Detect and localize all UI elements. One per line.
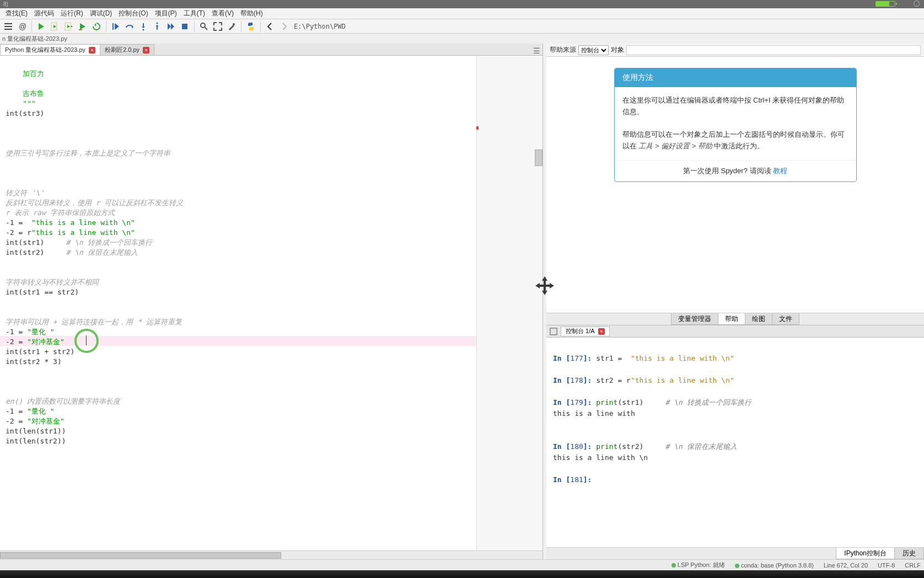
svg-rect-10 — [550, 328, 557, 335]
help-object-label: 对象 — [611, 45, 624, 55]
tab-plots[interactable]: 绘图 — [745, 313, 772, 325]
code-editor[interactable]: 加百力 吉布鲁 """ int(str3) 使用三引号写多行注释，本质上是定义了… — [0, 56, 542, 550]
help-source-label: 帮助来源 — [550, 45, 576, 55]
run-cell-icon[interactable] — [49, 20, 61, 33]
close-icon[interactable]: × — [598, 328, 605, 335]
help-card-footer: 第一次使用 Spyder? 请阅读 教程 — [615, 160, 856, 181]
status-encoding[interactable]: UTF-8 — [878, 562, 895, 569]
menu-edit[interactable]: 查找(E) — [2, 9, 31, 18]
tab-help[interactable]: 帮助 — [718, 313, 745, 325]
svg-rect-4 — [112, 23, 114, 30]
status-eol[interactable]: CRLF — [905, 562, 921, 569]
python-icon[interactable] — [245, 20, 257, 33]
menu-bar: 查找(E) 源代码 运行(R) 调试(D) 控制台(O) 项目(P) 工具(T)… — [0, 8, 924, 19]
os-taskbar[interactable] — [0, 570, 924, 578]
text-cursor-icon — [84, 335, 89, 345]
settings-icon[interactable] — [225, 20, 238, 33]
forward-icon[interactable] — [278, 20, 290, 33]
svg-point-9 — [233, 23, 235, 25]
close-icon[interactable]: × — [89, 47, 95, 53]
hamburger-icon[interactable] — [2, 20, 14, 33]
tutorial-link[interactable]: 教程 — [773, 167, 787, 175]
status-cursor-pos: Line 672, Col 20 — [824, 562, 868, 569]
help-card-body: 在这里你可以通过在编辑器或者终端中按 Ctrl+I 来获得任何对象的帮助信息。 … — [615, 87, 856, 160]
status-bar: LSP Python: 就绪 conda: base (Python 3.8.8… — [0, 559, 924, 570]
back-icon[interactable] — [264, 20, 276, 33]
working-dir-input[interactable] — [292, 21, 922, 32]
code-content: 加百力 吉布鲁 """ int(str3) 使用三引号写多行注释，本质上是定义了… — [0, 56, 542, 446]
console-tab-1[interactable]: 控制台 1/A × — [561, 327, 610, 336]
run-selection-icon[interactable] — [77, 20, 89, 33]
menu-debug[interactable]: 调试(D) — [87, 9, 116, 18]
help-object-input[interactable] — [626, 45, 921, 55]
breadcrumb-path[interactable]: n 量化编程基础-2023.py — [2, 35, 67, 43]
menu-project[interactable]: 项目(P) — [152, 9, 180, 18]
debug-continue-icon[interactable] — [165, 20, 177, 33]
status-lsp[interactable]: LSP Python: 就绪 — [671, 561, 725, 569]
menu-tools[interactable]: 工具(T) — [180, 9, 208, 18]
debug-stop-icon[interactable] — [179, 20, 191, 33]
horizontal-scrollbar[interactable] — [0, 550, 542, 559]
debug-step-into-icon[interactable] — [137, 20, 149, 33]
version-text: 8) — [3, 1, 8, 7]
find-icon[interactable] — [198, 20, 210, 33]
editor-tabbar: Python 量化编程基础-2023.py × 粉刷匠2.0.py × ☰ — [0, 44, 542, 56]
menu-source[interactable]: 源代码 — [31, 9, 57, 18]
help-pane-tabs: 变量管理器 帮助 绘图 文件 — [546, 313, 924, 325]
menu-view[interactable]: 查看(V) — [208, 9, 237, 18]
vertical-splitter[interactable] — [543, 44, 546, 559]
help-card-title: 使用方法 — [615, 68, 856, 87]
main-toolbar: @ — [0, 19, 924, 34]
ipython-console[interactable]: In [177]: str1 = "this is a line with \n… — [546, 338, 924, 547]
svg-point-5 — [143, 29, 144, 30]
breadcrumb: n 量化编程基础-2023.py — [0, 34, 924, 44]
svg-point-6 — [157, 22, 158, 24]
debug-step-start-icon[interactable] — [110, 20, 122, 33]
tab-label: Python 量化编程基础-2023.py — [5, 46, 85, 54]
tab-ipython[interactable]: IPython控制台 — [836, 548, 895, 559]
tab-label: 粉刷匠2.0.py — [105, 46, 139, 54]
run-icon[interactable] — [35, 20, 47, 33]
run-cell-advance-icon[interactable] — [63, 20, 75, 33]
clock-icon — [914, 1, 920, 7]
at-icon[interactable]: @ — [16, 20, 28, 33]
tab-label: 控制台 1/A — [566, 327, 595, 335]
svg-rect-3 — [79, 29, 82, 30]
console-tabbar: 控制台 1/A × — [546, 325, 924, 338]
help-card: 使用方法 在这里你可以通过在编辑器或者终端中按 Ctrl+I 来获得任何对象的帮… — [614, 68, 857, 182]
scrollbar-thumb[interactable] — [0, 552, 281, 559]
menu-help[interactable]: 帮助(H) — [237, 9, 266, 18]
console-options-icon[interactable] — [549, 327, 558, 336]
title-bar: 8) — [0, 0, 924, 8]
tab-files[interactable]: 文件 — [772, 313, 799, 325]
tab-menu-icon[interactable]: ☰ — [533, 46, 540, 55]
help-source-select[interactable]: 控制台 — [578, 45, 609, 55]
tab-variable-explorer[interactable]: 变量管理器 — [671, 313, 718, 325]
close-icon[interactable]: × — [143, 47, 149, 53]
console-pane-tabs: IPython控制台 历史 — [546, 547, 924, 559]
help-toolbar: 帮助来源 控制台 对象 — [546, 44, 924, 57]
editor-tab-2[interactable]: 粉刷匠2.0.py × — [100, 44, 154, 55]
editor-tab-1[interactable]: Python 量化编程基础-2023.py × — [0, 44, 100, 55]
help-pane: 使用方法 在这里你可以通过在编辑器或者终端中按 Ctrl+I 来获得任何对象的帮… — [546, 57, 924, 313]
debug-step-out-icon[interactable] — [151, 20, 163, 33]
svg-point-8 — [201, 23, 205, 28]
status-conda[interactable]: conda: base (Python 3.8.8) — [735, 562, 814, 569]
maximize-icon[interactable] — [212, 20, 224, 33]
svg-rect-7 — [182, 24, 187, 29]
battery-icon — [875, 1, 895, 7]
debug-step-over-icon[interactable] — [123, 20, 136, 33]
menu-console[interactable]: 控制台(O) — [115, 9, 151, 18]
menu-run[interactable]: 运行(R) — [57, 9, 87, 18]
rerun-icon[interactable] — [90, 20, 103, 33]
tab-history[interactable]: 历史 — [894, 548, 924, 559]
svg-text:@: @ — [19, 22, 26, 31]
